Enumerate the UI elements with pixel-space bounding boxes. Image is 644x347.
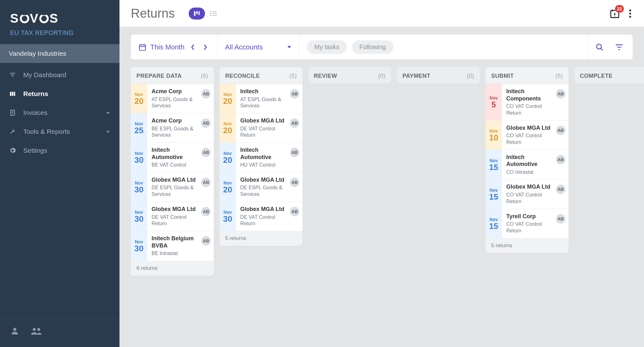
due-day: 5 <box>491 100 496 109</box>
card-title: Globex MGA Ltd <box>152 206 199 213</box>
assignee-avatar[interactable]: AB <box>290 118 299 128</box>
assignee-avatar[interactable]: AB <box>556 214 565 224</box>
assignee-avatar[interactable]: AB <box>290 207 299 216</box>
card-subtitle: DE VAT Control Return <box>152 214 199 227</box>
card-body: Initech AutomotiveCO IntrastatAB <box>502 150 569 179</box>
card-subtitle: AT ESPL Goods & Services <box>240 96 288 110</box>
assignee-avatar[interactable]: AB <box>201 236 211 246</box>
due-date: Nov5 <box>486 84 502 120</box>
assignee-avatar[interactable]: AB <box>201 207 211 216</box>
svg-rect-13 <box>212 13 217 14</box>
return-card[interactable]: Nov15Globex MGA LtdCO VAT Control Return… <box>486 179 569 209</box>
column-prepare: PREPARE DATA(6)Nov20Acme CorpAT ESPL Goo… <box>131 67 214 276</box>
assignee-avatar[interactable]: AB <box>556 185 565 194</box>
return-card[interactable]: Nov15Initech AutomotiveCO IntrastatAB <box>486 150 569 180</box>
due-date: Nov30 <box>219 202 236 231</box>
due-day: 15 <box>489 193 498 201</box>
assignee-avatar[interactable]: AB <box>290 178 299 187</box>
column-cards: Nov20Acme CorpAT ESPL Goods & ServicesAB… <box>131 84 214 261</box>
card-subtitle: DE ESPL Goods & Services <box>152 185 199 198</box>
sidebar-item-returns[interactable]: Returns <box>0 84 119 103</box>
return-card[interactable]: Nov30Globex MGA LtdDE ESPL Goods & Servi… <box>131 173 214 202</box>
return-card[interactable]: Nov30Initech AutomotiveBE VAT ControlAB <box>131 143 214 173</box>
accounts-selector[interactable]: All Accounts <box>218 35 299 60</box>
dropdown-caret-icon <box>287 46 291 49</box>
sidebar: SVS EU TAX REPORTING Vandelay Industries… <box>0 0 119 347</box>
assignee-avatar[interactable]: AB <box>556 155 565 164</box>
card-title: Globex MGA Ltd <box>152 176 199 184</box>
period-next-button[interactable] <box>201 44 210 50</box>
svg-point-19 <box>629 15 631 17</box>
card-title: Initech Components <box>506 88 554 102</box>
return-card[interactable]: Nov30Initech Belgium BVBABE IntrastatAB <box>131 231 214 261</box>
card-title: Initech Automotive <box>506 154 554 168</box>
sidebar-item-label: Invoices <box>23 109 47 117</box>
card-body: Initech AutomotiveHU VAT ControlAB <box>236 143 303 172</box>
column-title: PREPARE DATA <box>136 73 182 79</box>
sidebar-footer <box>0 318 119 347</box>
due-date: Nov30 <box>131 231 147 261</box>
card-subtitle: CO VAT Control Return <box>506 192 554 205</box>
due-day: 20 <box>223 126 232 134</box>
svg-rect-9 <box>198 11 200 15</box>
svg-rect-8 <box>196 11 198 14</box>
period-selector[interactable]: This Month <box>131 35 218 60</box>
due-day: 30 <box>135 156 144 164</box>
column-header: PAYMENT(0) <box>397 67 480 84</box>
assignee-avatar[interactable]: AB <box>201 118 211 128</box>
return-card[interactable]: Nov20InitechAT ESPL Goods & ServicesAB <box>219 84 303 113</box>
more-menu-button[interactable] <box>629 9 631 18</box>
calendar-notifications-button[interactable]: 22 <box>609 8 620 19</box>
return-card[interactable]: Nov10Globex MGA LtdCO VAT Control Return… <box>486 121 569 150</box>
return-card[interactable]: Nov30Globex MGA LtdDE VAT Control Return… <box>131 202 214 231</box>
period-prev-button[interactable] <box>188 44 197 50</box>
my-tasks-filter-pill[interactable]: My tasks <box>307 40 347 54</box>
assignee-avatar[interactable]: AB <box>556 126 565 135</box>
assignee-avatar[interactable]: AB <box>290 148 299 157</box>
card-title: Acme Corp <box>152 88 199 95</box>
card-body: Tyrell CorpCO VAT Control ReturnAB <box>502 209 569 238</box>
filter-button[interactable] <box>615 44 623 51</box>
return-card[interactable]: Nov20Globex MGA LtdDE ESPL Goods & Servi… <box>219 173 303 202</box>
assignee-avatar[interactable]: AB <box>201 89 211 99</box>
search-button[interactable] <box>596 43 604 51</box>
card-title: Acme Corp <box>152 117 199 124</box>
return-card[interactable]: Nov25Acme CorpBE ESPL Goods & ServicesAB <box>131 113 214 143</box>
sidebar-item-dashboard[interactable]: My Dashboard <box>0 65 119 84</box>
assignee-avatar[interactable]: AB <box>201 148 211 157</box>
column-title: SUBMIT <box>491 73 514 79</box>
return-card[interactable]: Nov20Initech AutomotiveHU VAT ControlAB <box>219 143 303 173</box>
board-view-button[interactable] <box>189 8 205 20</box>
column-footer: 5 returns <box>486 238 569 253</box>
due-date: Nov15 <box>486 209 502 238</box>
column-header: PREPARE DATA(6) <box>131 67 214 84</box>
company-selector[interactable]: Vandelay Industries <box>0 44 119 63</box>
due-date: Nov20 <box>219 143 236 172</box>
due-date: Nov10 <box>486 121 502 150</box>
period-label: This Month <box>150 43 185 51</box>
column-count: (0) <box>378 73 386 79</box>
svg-point-14 <box>210 15 211 16</box>
card-body: InitechAT ESPL Goods & ServicesAB <box>236 84 303 113</box>
card-title: Globex MGA Ltd <box>506 183 554 191</box>
assignee-avatar[interactable]: AB <box>201 178 211 187</box>
brand-wordmark: SVS <box>10 11 109 26</box>
return-card[interactable]: Nov20Acme CorpAT ESPL Goods & ServicesAB <box>131 84 214 113</box>
user-icon[interactable] <box>10 326 19 336</box>
assignee-avatar[interactable]: AB <box>556 89 565 99</box>
users-icon[interactable] <box>31 326 42 336</box>
return-card[interactable]: Nov30Globex MGA LtdDE VAT Control Return… <box>219 202 303 231</box>
following-filter-pill[interactable]: Following <box>352 40 393 54</box>
list-view-button[interactable] <box>208 8 219 20</box>
card-subtitle: CO Intrastat <box>506 169 554 176</box>
sidebar-item-settings[interactable]: Settings <box>0 141 119 160</box>
columns-icon <box>9 90 16 98</box>
sidebar-item-tools[interactable]: Tools & Reports <box>0 122 119 141</box>
return-card[interactable]: Nov5Initech ComponentsCO VAT Control Ret… <box>486 84 569 121</box>
sidebar-item-invoices[interactable]: Invoices <box>0 103 119 122</box>
return-card[interactable]: Nov20Globex MGA LtdDE VAT Control Return… <box>219 113 303 143</box>
return-card[interactable]: Nov15Tyrell CorpCO VAT Control ReturnAB <box>486 209 569 238</box>
svg-point-10 <box>210 11 211 12</box>
assignee-avatar[interactable]: AB <box>290 89 299 99</box>
card-subtitle: HU VAT Control <box>240 162 288 168</box>
